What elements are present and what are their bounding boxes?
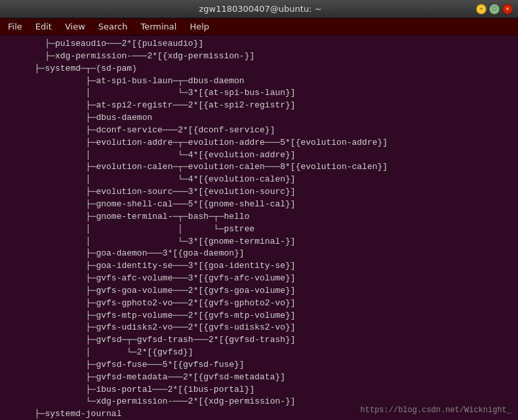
menu-item-file[interactable]: File — [3, 20, 28, 33]
close-button[interactable]: ✕ — [502, 4, 513, 14]
window-title: zgw1180300407@ubuntu: ~ — [45, 4, 476, 14]
watermark: https://blog.csdn.net/Wicknight_ — [361, 405, 511, 416]
menu-item-terminal[interactable]: Terminal — [135, 20, 182, 33]
terminal-output: ├─pulseaudio───2*[{pulseaudio}] ├─xdg-pe… — [4, 38, 514, 420]
menubar: FileEditViewSearchTerminalHelp — [0, 18, 518, 35]
terminal-area[interactable]: ├─pulseaudio───2*[{pulseaudio}] ├─xdg-pe… — [0, 35, 518, 420]
window-controls: − □ ✕ — [476, 4, 513, 14]
menu-item-edit[interactable]: Edit — [30, 20, 57, 33]
maximize-button[interactable]: □ — [489, 4, 500, 14]
titlebar: zgw1180300407@ubuntu: ~ − □ ✕ — [0, 0, 518, 18]
menu-item-view[interactable]: View — [60, 20, 90, 33]
menu-item-help[interactable]: Help — [184, 20, 214, 33]
menu-item-search[interactable]: Search — [93, 20, 133, 33]
minimize-button[interactable]: − — [476, 4, 487, 14]
